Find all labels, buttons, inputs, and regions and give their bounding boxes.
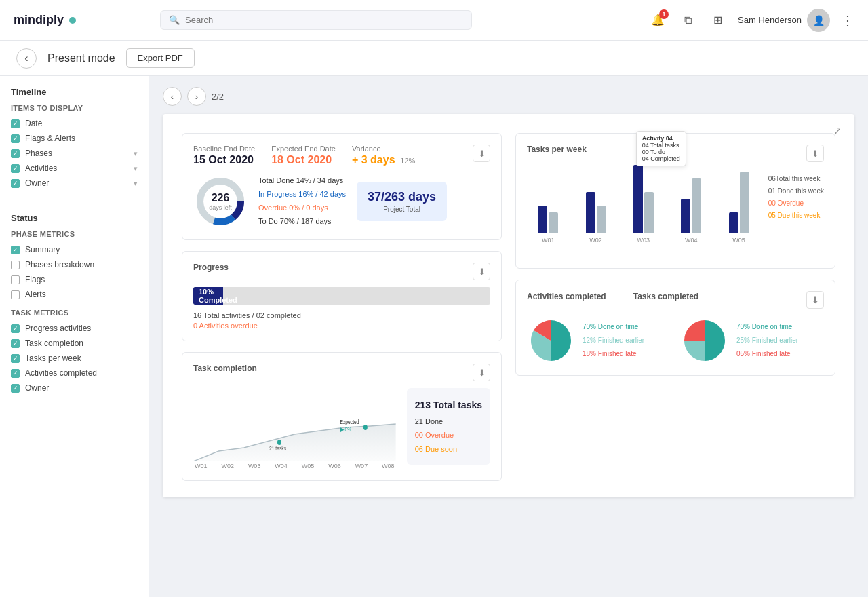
next-slide-button[interactable]: › — [187, 87, 206, 106]
date-card: Baseline End Date 15 Oct 2020 Expected E… — [182, 133, 502, 240]
download-progress-btn[interactable]: ⬇ — [473, 263, 490, 280]
sidebar-item-flags[interactable]: Flags & Alerts — [11, 131, 138, 146]
stat-total-done: Total Done 14% / 34 days — [258, 174, 346, 188]
download-task-completion-btn[interactable]: ⬇ — [473, 364, 490, 381]
sidebar: Timeline Items to display Date Flags & A… — [0, 76, 149, 597]
back-button[interactable]: ‹ — [16, 48, 37, 69]
svg-text:21 tasks: 21 tasks — [269, 445, 286, 452]
sidebar-item-alerts[interactable]: Alerts — [11, 287, 138, 302]
sidebar-item-phases[interactable]: Phases ▾ — [11, 146, 138, 161]
chart-x-labels: W01W02W03W04W05W06W07W08 — [193, 463, 396, 469]
stat-in-progress: In Progress 16% / 42 days — [258, 188, 346, 201]
cb-flags[interactable] — [11, 275, 20, 284]
grid-icon[interactable]: ⊞ — [708, 11, 727, 30]
progress-info: 16 Total activities / 02 completed — [193, 311, 490, 320]
search-icon: 🔍 — [169, 15, 180, 25]
main-content: ‹ › 2/2 ⤢ Baseline End Date 15 Oct 2020 — [149, 76, 868, 597]
nav-icons: 🔔 1 ⧉ ⊞ Sam Henderson 👤 ⋮ — [648, 9, 854, 32]
variance-value: + 3 days — [352, 154, 395, 166]
cb-tasks-per-week[interactable] — [11, 354, 20, 363]
expected-label: Expected End Date — [271, 145, 336, 153]
cb-phases-breakdown[interactable] — [11, 261, 20, 269]
sidebar-item-owner-task[interactable]: Owner — [11, 381, 138, 396]
cb-task-completion[interactable] — [11, 339, 20, 348]
sidebar-item-task-completion[interactable]: Task completion — [11, 336, 138, 351]
activities-completed-title: Activities completed — [527, 292, 606, 301]
download-tasks-week-btn[interactable]: ⬇ — [806, 145, 824, 162]
sidebar-status-title: Status — [11, 213, 138, 223]
cb-summary[interactable] — [11, 246, 20, 254]
sidebar-item-date[interactable]: Date — [11, 116, 138, 131]
more-icon[interactable]: ⋮ — [841, 12, 854, 28]
download-completed-btn[interactable]: ⬇ — [806, 291, 824, 309]
download-date-btn[interactable]: ⬇ — [473, 145, 490, 162]
sidebar-item-owner[interactable]: Owner ▾ — [11, 176, 138, 191]
svg-point-8 — [277, 440, 281, 445]
notification-badge: 1 — [659, 9, 669, 19]
task-summary: 213 Total tasks 21 Done 00 Overdue 06 Du… — [407, 388, 490, 465]
cb-progress-activities[interactable] — [11, 324, 20, 333]
sidebar-item-summary[interactable]: Summary — [11, 242, 138, 257]
progress-card: Progress ⬇ 10% Completed 16 Total activi… — [182, 251, 502, 341]
task-completion-title: Task completion — [193, 364, 257, 373]
donut-label: days left — [209, 204, 232, 211]
donut-days: 226 — [209, 192, 232, 204]
total-label: Project Total — [368, 206, 436, 213]
activities-arrow: ▾ — [134, 164, 138, 173]
search-bar[interactable]: 🔍 — [160, 10, 472, 30]
notification-icon[interactable]: 🔔 1 — [648, 11, 667, 30]
sidebar-item-phases-breakdown[interactable]: Phases breakdown — [11, 257, 138, 272]
copy-icon[interactable]: ⧉ — [678, 11, 697, 30]
logo-dot — [69, 17, 76, 24]
svg-text:▶ 0%: ▶ 0% — [340, 426, 352, 433]
phases-arrow: ▾ — [134, 149, 138, 158]
tasks-completed-item: 70% Done on time 25% Finished earlier 05… — [681, 317, 824, 364]
cb-activities-completed[interactable] — [11, 369, 20, 378]
sidebar-item-activities[interactable]: Activities ▾ — [11, 161, 138, 176]
checkbox-activities[interactable] — [11, 164, 20, 173]
page-number: 2/2 — [212, 92, 224, 102]
export-pdf-button[interactable]: Export PDF — [126, 48, 195, 68]
total-box: 37/263 days Project Total — [357, 182, 447, 221]
checkbox-date[interactable] — [11, 119, 20, 128]
search-input[interactable] — [185, 15, 463, 25]
sidebar-item-activities-completed[interactable]: Activities completed — [11, 366, 138, 381]
line-chart: Expected ▶ 0% 21 tasks — [193, 393, 396, 461]
donut-chart: 226 days left — [193, 174, 248, 229]
tasks-per-week-title: Tasks per week — [527, 145, 587, 154]
cb-alerts[interactable] — [11, 290, 20, 299]
owner-arrow: ▾ — [134, 179, 138, 188]
variance-pct: 12% — [400, 157, 415, 165]
avatar: 👤 — [807, 9, 830, 32]
baseline-value: 15 Oct 2020 — [193, 154, 255, 166]
progress-bar-fill: 10% Completed — [193, 287, 223, 305]
checkbox-phases[interactable] — [11, 149, 20, 158]
activities-completed-item: 70% Done on time 12% Finished earlier 18… — [527, 317, 670, 364]
tasks-completed-title: Tasks completed — [633, 292, 698, 301]
user-name: Sam Henderson — [738, 15, 802, 25]
user-info[interactable]: Sam Henderson 👤 — [738, 9, 830, 32]
sidebar-item-tasks-per-week[interactable]: Tasks per week — [11, 351, 138, 366]
checkbox-flags[interactable] — [11, 134, 20, 143]
progress-bar-wrap: 10% Completed — [193, 287, 490, 305]
sidebar-phase-metrics: Phase Metrics — [11, 230, 138, 238]
svg-point-5 — [363, 425, 368, 430]
progress-pct: 10% Completed — [199, 288, 237, 304]
progress-overdue: 0 Activities overdue — [193, 322, 490, 330]
sidebar-item-flags[interactable]: Flags — [11, 272, 138, 287]
sidebar-timeline-title: Timeline — [11, 87, 138, 97]
svg-text:Expected: Expected — [340, 419, 359, 425]
chart-legend: 06Total this week 01 Done this week 00 O… — [768, 173, 824, 257]
logo: mindiply — [14, 13, 149, 27]
task-completion-card: Task completion ⬇ — [182, 352, 502, 481]
stat-overdue: Overdue 0% / 0 days — [258, 201, 346, 215]
sidebar-item-progress-activities[interactable]: Progress activities — [11, 321, 138, 336]
prev-slide-button[interactable]: ‹ — [163, 87, 182, 106]
cb-owner-task[interactable] — [11, 384, 20, 393]
checkbox-owner[interactable] — [11, 179, 20, 188]
sidebar-items-label: Items to display — [11, 104, 138, 112]
stats-list: Total Done 14% / 34 days In Progress 16%… — [258, 174, 346, 228]
sidebar-task-metrics: Task Metrics — [11, 309, 138, 317]
tasks-per-week-card: Tasks per week ⬇ — [515, 133, 835, 269]
present-bar: ‹ Present mode Export PDF — [0, 41, 868, 76]
